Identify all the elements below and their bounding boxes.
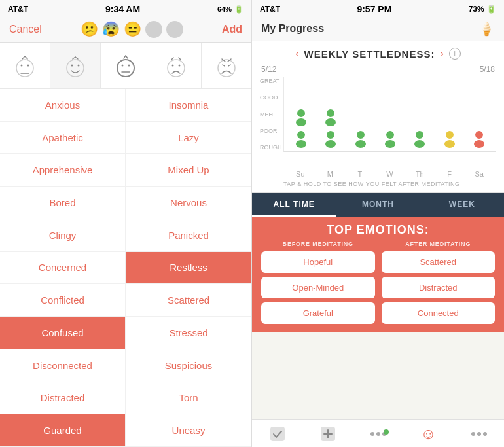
icecream-icon[interactable]: 🍦 [478,21,495,37]
face-worry[interactable] [202,43,251,88]
svg-line-10 [75,57,78,59]
emotion-apprehensive[interactable]: Apprehensive [0,154,126,187]
face-smile[interactable] [50,43,101,88]
svg-point-0 [16,60,33,77]
add-button[interactable]: Add [222,24,242,35]
emotion-nervous[interactable]: Nervous [126,187,251,219]
emotion-restless[interactable]: Restless [126,252,251,285]
date-end: 5/18 [480,65,495,74]
emotion-clingy[interactable]: Clingy [0,219,126,252]
nav-check[interactable] [252,427,302,441]
battery-left: 64% 🔋 [217,5,243,14]
svg-point-28 [297,109,305,117]
chart-col-0 [287,77,315,151]
emotion-concerned[interactable]: Concerned [0,252,126,285]
emotion-stressed[interactable]: Stressed [126,317,251,349]
emotion-lazy[interactable]: Lazy [126,122,251,154]
nav-smiley[interactable]: ☺ [403,425,454,443]
svg-point-37 [385,140,395,148]
emotion-conflicted[interactable]: Conflicted [0,284,126,317]
time-tab-month[interactable]: MONTH [336,193,420,217]
svg-point-14 [128,65,130,67]
svg-point-8 [78,65,80,67]
time-left: 9:34 AM [105,4,140,14]
nav-more[interactable] [454,431,504,437]
after-emotion-distracted[interactable]: Distracted [382,277,495,298]
svg-point-31 [325,118,336,126]
svg-point-42 [446,131,454,139]
before-emotion-grateful[interactable]: Grateful [261,302,375,324]
emotion-bored[interactable]: Bored [0,187,126,219]
svg-point-3 [27,65,29,67]
after-label: AFTER MEDITATING [382,241,495,247]
face-calm[interactable] [0,43,50,88]
status-bar-left: AT&T 9:34 AM 64% 🔋 [0,0,251,17]
weekly-section: ‹ WEEKLY SETTLEDNESS: › i 5/12 5/18 GREA… [252,41,504,193]
before-emotion-open-minded[interactable]: Open-Minded [261,277,375,298]
svg-point-30 [297,131,305,139]
svg-point-17 [168,60,185,77]
emotion-suspicious[interactable]: Suspicious [126,349,251,382]
info-icon[interactable]: i [449,48,461,60]
nav-dots[interactable] [353,429,403,438]
svg-point-53 [477,432,481,436]
right-top-nav: My Progress 🍦 [252,17,504,41]
emotions-columns: BEFORE MEDITATING HopefulOpen-MindedGrat… [261,241,495,328]
date-start: 5/12 [261,65,276,74]
time-tab-all-time[interactable]: ALL TIME [252,193,336,217]
chart-col-3 [376,77,404,151]
after-emotion-scattered[interactable]: Scattered [382,251,495,273]
right-panel: AT&T 9:57 PM 73% 🔋 My Progress 🍦 ‹ WEEKL… [252,0,504,447]
chart-col-1 [316,77,344,151]
after-emotion-connected[interactable]: Connected [382,302,495,324]
emotion-anxious[interactable]: Anxious [0,89,126,122]
emotion-torn[interactable]: Torn [126,382,251,415]
chart-col-2 [346,77,374,151]
svg-line-24 [228,65,230,66]
svg-point-13 [122,65,124,67]
svg-point-34 [327,131,334,139]
after-column: AFTER MEDITATING ScatteredDistractedConn… [382,241,495,328]
face-sad[interactable] [151,43,202,88]
cancel-button[interactable]: Cancel [9,24,42,35]
chart-col-5 [435,77,463,151]
emotion-uneasy[interactable]: Uneasy [126,414,251,447]
top-nav-left: Cancel 😕 😰 😑 Add [0,17,251,43]
emotion-confused[interactable]: Confused [0,317,126,349]
time-right: 9:57 PM [357,4,391,14]
svg-point-39 [414,140,425,148]
chart-container: GREATGOODMEHPOORROUGH [260,77,496,168]
svg-point-40 [416,131,423,139]
time-tabs: ALL TIMEMONTHWEEK [252,193,504,217]
svg-rect-45 [270,427,285,441]
emotion-apathetic[interactable]: Apathetic [0,122,126,154]
status-bar-right: AT&T 9:57 PM 73% 🔋 [252,0,504,17]
svg-point-22 [218,60,235,77]
before-emotion-hopeful[interactable]: Hopeful [261,251,375,273]
before-column: BEFORE MEDITATING HopefulOpen-MindedGrat… [261,241,375,328]
page-title: My Progress [261,23,324,35]
battery-right: 73% 🔋 [469,5,496,14]
emotion-insomnia[interactable]: Insomnia [126,89,251,122]
chart-y-labels: GREATGOODMEHPOORROUGH [260,77,282,152]
svg-point-7 [71,65,73,67]
top-emotions-title: TOP EMOTIONS: [261,223,495,237]
emotion-mixed-up[interactable]: Mixed Up [126,154,251,187]
prev-week-arrow[interactable]: ‹ [295,48,298,60]
emotion-disconnected[interactable]: Disconnected [0,349,126,382]
nav-add[interactable] [302,427,353,441]
face-neutral[interactable] [101,43,151,88]
time-tab-week[interactable]: WEEK [420,193,504,217]
chart-col-4 [406,77,434,151]
carrier-right: AT&T [260,5,280,14]
svg-point-44 [475,131,483,139]
svg-point-36 [357,131,365,139]
next-week-arrow[interactable]: › [440,48,443,60]
emotion-guarded[interactable]: Guarded [0,414,126,447]
before-label: BEFORE MEDITATING [261,241,375,247]
svg-point-19 [179,65,181,67]
emotion-distracted[interactable]: Distracted [0,382,126,415]
emotion-scattered[interactable]: Scattered [126,284,251,317]
emotion-panicked[interactable]: Panicked [126,219,251,252]
date-range: 5/12 5/18 [260,65,496,74]
